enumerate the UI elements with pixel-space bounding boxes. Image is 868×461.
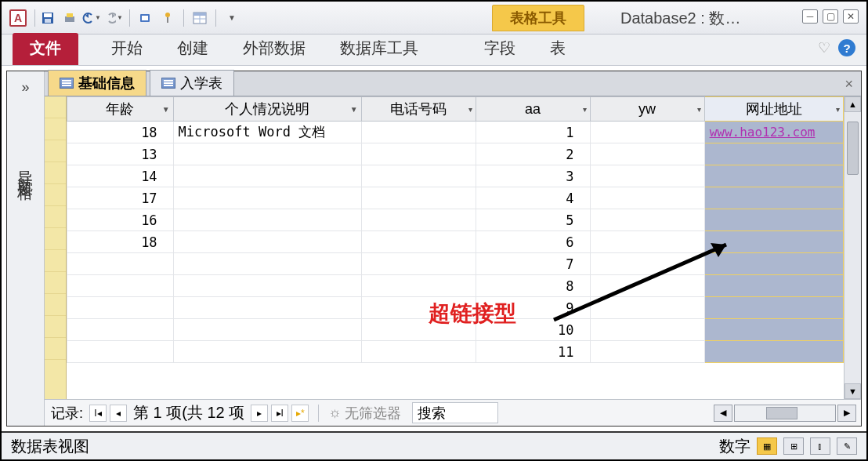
- cell-desc[interactable]: [173, 187, 361, 209]
- object-tab-basic-info[interactable]: 基础信息: [48, 70, 146, 96]
- table-row[interactable]: 143: [67, 165, 844, 187]
- cell-age[interactable]: 13: [67, 143, 174, 165]
- cell-url[interactable]: [704, 341, 843, 363]
- tab-database-tools[interactable]: 数据库工具: [323, 33, 436, 65]
- cell-aa[interactable]: 5: [476, 209, 590, 231]
- last-record-button[interactable]: ▸I: [271, 405, 288, 422]
- datasheet-grid[interactable]: 年龄▼ 个人情况说明▼ 电话号码▾ aa▾ yw▾ 网址地址▾ 18Micros…: [67, 96, 844, 399]
- cell-phone[interactable]: [361, 341, 476, 363]
- table-row[interactable]: 10: [67, 319, 844, 341]
- cell-phone[interactable]: [361, 231, 476, 253]
- cell-url[interactable]: [704, 275, 843, 297]
- next-record-button[interactable]: ▸: [251, 405, 268, 422]
- cell-age[interactable]: [67, 253, 174, 275]
- table-row[interactable]: 174: [67, 187, 844, 209]
- cell-age[interactable]: [67, 319, 174, 341]
- cell-phone[interactable]: [361, 275, 476, 297]
- cell-url[interactable]: [704, 231, 843, 253]
- tab-create[interactable]: 创建: [160, 33, 226, 65]
- table-row[interactable]: 8: [67, 275, 844, 297]
- row-selector-column[interactable]: [45, 96, 67, 399]
- save-button[interactable]: [38, 9, 57, 27]
- cell-age[interactable]: 16: [67, 209, 174, 231]
- cell-aa[interactable]: 7: [476, 253, 590, 275]
- cell-phone[interactable]: [361, 253, 476, 275]
- first-record-button[interactable]: I◂: [89, 405, 107, 422]
- cell-url[interactable]: [704, 319, 843, 341]
- cell-url[interactable]: [704, 209, 843, 231]
- filter-indicator[interactable]: ☼无筛选器: [328, 404, 401, 423]
- cell-desc[interactable]: [173, 143, 361, 165]
- table-row[interactable]: 186: [67, 231, 844, 253]
- close-button[interactable]: ✕: [843, 9, 859, 24]
- cell-desc[interactable]: [173, 209, 361, 231]
- qat-customize-button[interactable]: ▼: [222, 9, 241, 27]
- table-row[interactable]: 18Microsoft Word 文档1www.hao123.com: [67, 122, 844, 143]
- cell-age[interactable]: [67, 341, 174, 363]
- cell-phone[interactable]: [361, 143, 476, 165]
- cell-phone[interactable]: [361, 165, 476, 187]
- tab-external-data[interactable]: 外部数据: [226, 33, 323, 65]
- table-row[interactable]: 7: [67, 253, 844, 275]
- cell-age[interactable]: 18: [67, 122, 174, 143]
- hscroll-track[interactable]: [734, 405, 836, 422]
- chart-view-button[interactable]: ⫿: [810, 437, 830, 455]
- cell-yw[interactable]: [590, 122, 704, 143]
- cell-desc[interactable]: [173, 297, 361, 319]
- quick-print-button[interactable]: [60, 9, 79, 27]
- table-row[interactable]: 11: [67, 341, 844, 363]
- cell-desc[interactable]: Microsoft Word 文档: [173, 122, 361, 143]
- cell-url[interactable]: [704, 165, 843, 187]
- pivot-view-button[interactable]: ⊞: [783, 437, 804, 455]
- tab-fields[interactable]: 字段: [467, 33, 533, 65]
- cell-url[interactable]: www.hao123.com: [704, 122, 843, 143]
- undo-button[interactable]: ▼: [82, 9, 101, 27]
- prev-record-button[interactable]: ◂: [110, 405, 127, 422]
- object-tab-enrollment[interactable]: 入学表: [150, 70, 234, 96]
- design-view-button[interactable]: ✎: [837, 437, 857, 455]
- cell-yw[interactable]: [590, 341, 704, 363]
- cell-yw[interactable]: [590, 165, 704, 187]
- cell-phone[interactable]: [361, 297, 476, 319]
- cell-aa[interactable]: 4: [476, 187, 590, 209]
- qat-datasheet-button[interactable]: [190, 9, 209, 27]
- help-button[interactable]: ?: [838, 39, 855, 56]
- cell-desc[interactable]: [173, 253, 361, 275]
- cell-desc[interactable]: [173, 341, 361, 363]
- table-row[interactable]: 9: [67, 297, 844, 319]
- cell-url[interactable]: [704, 143, 843, 165]
- cell-aa[interactable]: 8: [476, 275, 590, 297]
- cell-aa[interactable]: 11: [476, 341, 590, 363]
- datasheet-view-button[interactable]: ▦: [757, 437, 777, 455]
- cell-yw[interactable]: [590, 187, 704, 209]
- cell-desc[interactable]: [173, 231, 361, 253]
- scroll-thumb[interactable]: [847, 122, 859, 175]
- tab-file[interactable]: 文件: [13, 33, 78, 65]
- minimize-button[interactable]: ─: [802, 9, 818, 24]
- hscroll-thumb[interactable]: [766, 407, 797, 419]
- cell-aa[interactable]: 9: [476, 297, 590, 319]
- scroll-up-button[interactable]: ▲: [844, 96, 861, 112]
- qat-item-2[interactable]: [158, 9, 177, 27]
- cell-age[interactable]: 14: [67, 165, 174, 187]
- qat-item-1[interactable]: [136, 9, 155, 27]
- cell-phone[interactable]: [361, 209, 476, 231]
- close-object-button[interactable]: ×: [844, 76, 853, 93]
- cell-phone[interactable]: [361, 319, 476, 341]
- ribbon-minimize-icon[interactable]: ♡: [818, 39, 830, 56]
- cell-aa[interactable]: 3: [476, 165, 590, 187]
- column-headers[interactable]: 年龄▼ 个人情况说明▼ 电话号码▾ aa▾ yw▾ 网址地址▾: [67, 97, 844, 122]
- cell-aa[interactable]: 6: [476, 231, 590, 253]
- scroll-right-button[interactable]: ▶: [837, 405, 856, 422]
- cell-yw[interactable]: [590, 231, 704, 253]
- tab-home[interactable]: 开始: [94, 33, 160, 65]
- cell-aa[interactable]: 2: [476, 143, 590, 165]
- cell-yw[interactable]: [590, 209, 704, 231]
- cell-url[interactable]: [704, 187, 843, 209]
- maximize-button[interactable]: ▢: [823, 9, 838, 24]
- cell-desc[interactable]: [173, 319, 361, 341]
- cell-age[interactable]: 18: [67, 231, 174, 253]
- table-row[interactable]: 165: [67, 209, 844, 231]
- cell-age[interactable]: [67, 275, 174, 297]
- vertical-scrollbar[interactable]: ▲ ▼: [844, 96, 861, 399]
